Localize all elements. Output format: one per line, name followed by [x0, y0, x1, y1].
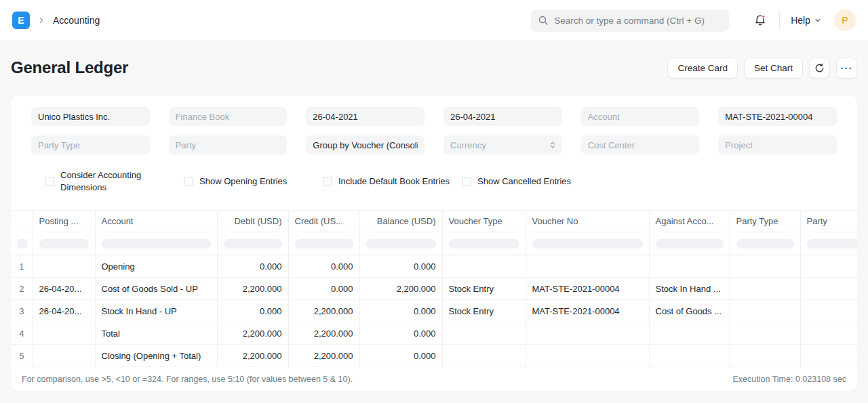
column-filter-cell[interactable] — [288, 232, 359, 255]
table-row: 4 Total 2,200.000 2,200.000 0.000 — [11, 322, 857, 345]
cell-debit: 0.000 — [217, 300, 288, 322]
column-filter-cell[interactable] — [95, 232, 217, 255]
group-by-filter[interactable] — [306, 135, 425, 154]
cell-account: Closing (Opening + Total) — [95, 345, 217, 367]
cell-against-account: Cost of Goods ... — [649, 300, 730, 322]
help-menu[interactable]: Help — [791, 15, 822, 26]
col-header-voucher-type[interactable]: Voucher Type — [442, 211, 526, 232]
cell-posting-date — [33, 255, 95, 278]
checkbox-show-opening-entries[interactable]: Show Opening Entries — [184, 169, 323, 193]
cell-credit: 0.000 — [288, 278, 359, 300]
set-chart-button[interactable]: Set Chart — [744, 58, 803, 79]
column-filter-input[interactable] — [656, 239, 724, 249]
column-filter-input[interactable] — [39, 239, 89, 249]
cell-against-account: Stock In Hand ... — [649, 278, 730, 300]
cell-account: Total — [95, 322, 217, 345]
checkbox-label: Show Opening Entries — [199, 175, 287, 188]
cell-debit: 0.000 — [217, 255, 288, 278]
cell-party-type — [730, 322, 800, 345]
column-filter-input[interactable] — [295, 239, 353, 249]
cell-party-type — [730, 345, 800, 367]
filters-area: Consider Accounting Dimensions Show Open… — [11, 96, 857, 210]
column-filter-cell[interactable] — [359, 232, 442, 255]
cell-account: Opening — [95, 255, 217, 278]
column-filter-cell[interactable] — [649, 232, 730, 255]
app-logo-letter: E — [18, 15, 24, 26]
col-header-debit[interactable]: Debit (USD) — [217, 211, 288, 232]
filter-hint-text: For comparison, use >5, <10 or =324. For… — [22, 375, 353, 384]
column-filter-cell[interactable] — [33, 232, 95, 255]
refresh-button[interactable] — [809, 58, 830, 79]
cell-party-type — [730, 300, 800, 322]
col-header-credit[interactable]: Credit (US... — [288, 211, 359, 232]
row-number: 3 — [11, 300, 33, 322]
table-row: 2 26-04-20... Cost of Goods Sold - UP 2,… — [11, 278, 857, 300]
col-header-account[interactable]: Account — [95, 211, 217, 232]
col-header-party-type[interactable]: Party Type — [730, 211, 800, 232]
user-avatar[interactable]: P — [834, 9, 856, 31]
to-date-filter[interactable] — [443, 107, 562, 126]
checkbox-label: Include Default Book Entries — [338, 175, 450, 188]
column-filter-input[interactable] — [17, 239, 28, 249]
search-input[interactable] — [554, 16, 722, 26]
navbar-divider — [779, 12, 780, 28]
col-header-party[interactable]: Party — [800, 211, 857, 232]
breadcrumb-accounting[interactable]: Accounting — [53, 15, 100, 26]
global-search[interactable] — [531, 9, 729, 32]
cell-party — [800, 300, 857, 322]
party-filter[interactable] — [169, 135, 288, 154]
cell-voucher-type — [442, 322, 526, 345]
company-filter[interactable] — [31, 107, 150, 126]
checkbox-icon — [323, 177, 332, 186]
filter-grid — [31, 107, 837, 154]
finance-book-filter[interactable] — [169, 107, 288, 126]
column-filter-cell[interactable] — [217, 232, 288, 255]
column-filter-cell[interactable] — [11, 232, 33, 255]
party-type-filter[interactable] — [31, 135, 150, 154]
cell-voucher-type — [442, 345, 526, 367]
voucher-no-filter[interactable] — [718, 107, 837, 126]
cell-voucher-type: Stock Entry — [442, 300, 526, 322]
report-table-wrap: Posting ... Account Debit (USD) Credit (… — [11, 210, 857, 367]
col-header-voucher-no[interactable]: Voucher No — [526, 211, 649, 232]
chevron-down-icon — [814, 16, 822, 24]
currency-filter[interactable] — [443, 135, 562, 154]
column-filter-input[interactable] — [366, 239, 436, 249]
search-icon — [538, 15, 549, 26]
table-row: 5 Closing (Opening + Total) 2,200.000 2,… — [11, 345, 857, 367]
col-header-posting-date[interactable]: Posting ... — [33, 211, 95, 232]
column-filter-input[interactable] — [449, 239, 519, 249]
column-filter-input[interactable] — [102, 239, 211, 249]
create-card-button[interactable]: Create Card — [667, 58, 738, 79]
cell-party — [800, 345, 857, 367]
column-filter-cell[interactable] — [730, 232, 800, 255]
cell-against-account — [649, 255, 730, 278]
checkbox-include-default-book-entries[interactable]: Include Default Book Entries — [323, 169, 462, 193]
bell-icon — [753, 14, 767, 27]
notifications-button[interactable] — [753, 14, 767, 27]
column-filter-input[interactable] — [736, 239, 794, 249]
col-header-against-account[interactable]: Against Acco... — [649, 211, 730, 232]
project-filter[interactable] — [718, 135, 837, 154]
column-filter-cell[interactable] — [442, 232, 526, 255]
account-filter[interactable] — [581, 107, 700, 126]
column-filter-cell[interactable] — [800, 232, 857, 255]
avatar-initial: P — [842, 15, 848, 26]
col-header-balance[interactable]: Balance (USD) — [359, 211, 442, 232]
table-row: 3 26-04-20... Stock In Hand - UP 0.000 2… — [11, 300, 857, 322]
cost-center-filter[interactable] — [581, 135, 700, 154]
page-actions: Create Card Set Chart ··· — [667, 58, 857, 79]
more-menu-button[interactable]: ··· — [836, 58, 857, 79]
chevron-right-icon — [37, 16, 46, 25]
column-filter-input[interactable] — [532, 239, 643, 249]
column-filter-cell[interactable] — [526, 232, 649, 255]
column-filter-input[interactable] — [807, 239, 858, 249]
from-date-filter[interactable] — [306, 107, 425, 126]
cell-balance: 0.000 — [359, 322, 442, 345]
checkbox-icon — [45, 177, 54, 186]
app-logo[interactable]: E — [12, 12, 30, 29]
checkbox-show-cancelled-entries[interactable]: Show Cancelled Entries — [462, 169, 601, 193]
column-filter-input[interactable] — [224, 239, 282, 249]
page-header: General Ledger Create Card Set Chart ··· — [11, 52, 857, 83]
checkbox-consider-accounting-dimensions[interactable]: Consider Accounting Dimensions — [45, 169, 184, 193]
